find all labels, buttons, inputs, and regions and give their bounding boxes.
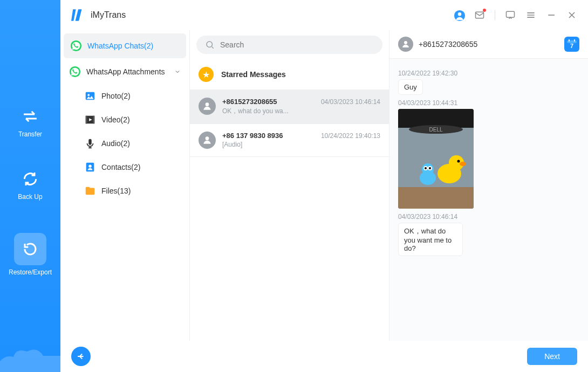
minimize-icon[interactable]	[546, 10, 557, 20]
sidebar-item-contacts[interactable]: Contacts(2)	[84, 155, 189, 179]
search-box[interactable]	[196, 36, 382, 54]
conversation-list: ★ Starred Messages +8615273208655 04/03/…	[190, 30, 389, 341]
sidebar-video-label: Video(2)	[101, 115, 130, 124]
sidebar-item-video[interactable]: Video(2)	[84, 108, 189, 132]
sidebar-item-attachments[interactable]: WhatsApp Attachments	[60, 59, 189, 84]
calendar-day: 7	[570, 43, 573, 49]
avatar-icon	[199, 98, 216, 115]
image-placeholder-icon: DELL	[398, 109, 474, 209]
starred-messages[interactable]: ★ Starred Messages	[190, 59, 389, 90]
conversation-item[interactable]: +86 137 9830 8936 10/24/2022 19:40:13 [A…	[190, 124, 389, 157]
sidebar-item-audio[interactable]: Audio(2)	[84, 132, 189, 155]
svg-point-17	[404, 41, 407, 44]
avatar-icon	[398, 37, 413, 52]
sidebar-contacts-label: Contacts(2)	[101, 163, 140, 171]
avatar-icon	[199, 132, 216, 149]
svg-point-30	[460, 162, 466, 166]
svg-rect-3	[507, 11, 515, 17]
transfer-icon	[22, 108, 39, 125]
arrow-left-icon	[76, 352, 86, 361]
back-button[interactable]	[71, 347, 91, 366]
top-actions	[454, 10, 577, 20]
message-time: 04/03/2023 10:44:31	[398, 99, 579, 107]
conversation-time: 10/24/2022 19:40:13	[321, 132, 380, 140]
rail-restore-box	[14, 233, 46, 265]
svg-point-35	[425, 167, 427, 169]
rail-transfer-label: Transfer	[18, 130, 42, 138]
content: WhatsApp Chats(2) WhatsApp Attachments P…	[60, 30, 588, 341]
close-icon[interactable]	[566, 10, 577, 20]
conversation-preview: [Audio]	[222, 141, 380, 148]
contacts-icon	[84, 161, 96, 173]
svg-rect-23	[398, 128, 474, 187]
svg-rect-21	[574, 39, 575, 42]
svg-rect-11	[88, 139, 92, 145]
sidebar-sublist: Photo(2) Video(2) Audio(2) Contacts(2) F…	[60, 84, 189, 203]
mail-icon[interactable]	[474, 10, 485, 20]
svg-point-14	[207, 42, 213, 47]
sidebar-item-chats[interactable]: WhatsApp Chats(2)	[64, 33, 186, 58]
photo-icon	[84, 90, 96, 102]
search-wrap	[190, 30, 389, 59]
sidebar-chats-label: WhatsApp Chats(2)	[87, 42, 153, 50]
message-bubble: OK，what do you want me to do?	[398, 223, 463, 256]
restore-icon	[22, 241, 38, 257]
sidebar-files-label: Files(13)	[101, 187, 131, 195]
svg-point-36	[429, 167, 431, 169]
next-button[interactable]: Next	[527, 348, 577, 365]
conversation-name: +8615273208655	[222, 98, 277, 106]
svg-point-7	[87, 94, 90, 96]
message-image[interactable]: DELL	[398, 109, 474, 209]
chat-title: +8615273208655	[419, 40, 559, 49]
svg-rect-20	[569, 39, 570, 42]
sidebar-photo-label: Photo(2)	[101, 92, 131, 100]
rail-transfer[interactable]: Transfer	[18, 108, 42, 138]
sidebar-item-files[interactable]: Files(13)	[84, 179, 189, 203]
sidebar-audio-label: Audio(2)	[101, 139, 130, 148]
conversation-item[interactable]: +8615273208655 04/03/2023 10:46:14 OK，wh…	[190, 90, 389, 124]
refresh-icon	[22, 170, 39, 188]
rail-restore-label: Restore/Export	[9, 268, 52, 276]
sidebar-attachments-label: WhatsApp Attachments	[86, 67, 165, 76]
chat-panel: +8615273208655 7 10/24/2022 19:42:30 Guy…	[389, 30, 588, 341]
brand: iMyTrans	[71, 8, 126, 22]
topbar: iMyTrans	[60, 0, 588, 30]
cloud-decoration-icon	[0, 345, 60, 372]
svg-point-13	[88, 164, 92, 168]
notification-dot	[483, 9, 486, 12]
star-icon: ★	[199, 67, 214, 82]
rail-restore[interactable]: Restore/Export	[9, 233, 52, 276]
calendar-button[interactable]: 7	[564, 37, 579, 52]
svg-point-1	[458, 12, 461, 16]
sidebar-item-photo[interactable]: Photo(2)	[84, 84, 189, 108]
feedback-icon[interactable]	[505, 10, 516, 20]
files-icon	[84, 185, 96, 197]
message-bubble: Guy	[398, 79, 423, 95]
search-icon	[205, 40, 215, 50]
chat-header: +8615273208655 7	[389, 30, 588, 59]
left-rail: Transfer Back Up Restore/Export	[0, 0, 60, 372]
menu-icon[interactable]	[525, 10, 536, 20]
bottom-bar: Next	[60, 341, 588, 372]
svg-point-15	[206, 102, 209, 106]
conversation-preview: OK，what do you wa...	[222, 107, 380, 116]
main: iMyTrans	[60, 0, 588, 372]
search-input[interactable]	[220, 40, 374, 49]
svg-text:DELL: DELL	[429, 127, 442, 133]
svg-point-16	[206, 136, 209, 140]
chevron-down-icon	[174, 68, 181, 75]
rail-backup[interactable]: Back Up	[18, 170, 42, 201]
sidebar: WhatsApp Chats(2) WhatsApp Attachments P…	[60, 30, 190, 341]
account-icon[interactable]	[454, 10, 464, 20]
conversation-name: +86 137 9830 8936	[222, 132, 283, 140]
conversation-body: +86 137 9830 8936 10/24/2022 19:40:13 [A…	[222, 132, 380, 148]
svg-point-29	[457, 160, 460, 163]
separator	[495, 10, 495, 20]
brand-name: iMyTrans	[91, 10, 126, 20]
message-time: 04/03/2023 10:46:14	[398, 213, 579, 221]
whatsapp-icon	[70, 40, 82, 52]
chat-body[interactable]: 10/24/2022 19:42:30 Guy 04/03/2023 10:44…	[389, 59, 588, 341]
rail-backup-label: Back Up	[18, 193, 42, 201]
brand-logo-icon	[71, 8, 85, 22]
audio-icon	[84, 137, 96, 149]
